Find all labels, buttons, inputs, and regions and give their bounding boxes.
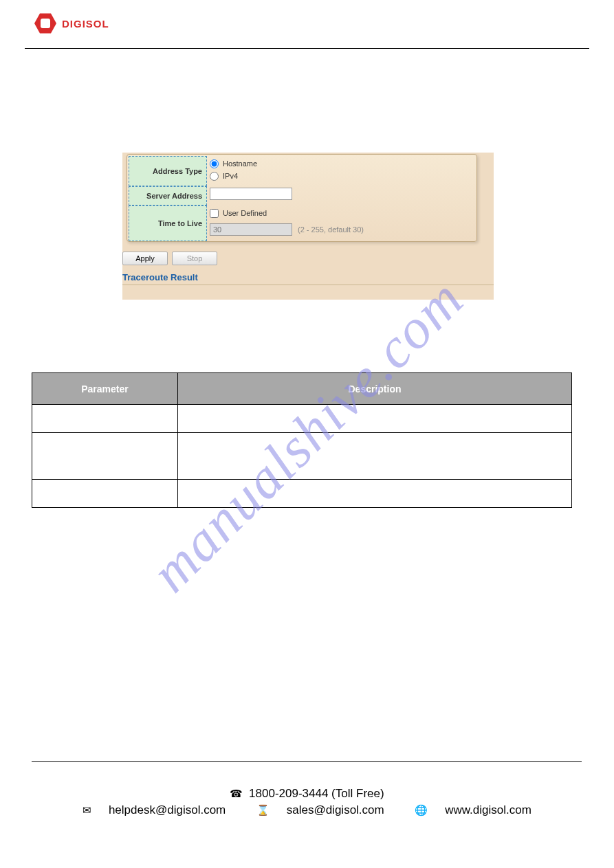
cell-param: Server Address: [32, 433, 178, 480]
page-number: 111: [559, 36, 573, 45]
cell-desc: This is address of the server or host. I…: [178, 433, 572, 480]
traceroute-form: Address Type Server Address Time to Live…: [127, 154, 477, 242]
th-description: Description: [178, 373, 572, 405]
cell-desc: Set the time-to-live field in the IP hea…: [178, 480, 572, 508]
label-server-address: Server Address: [129, 186, 207, 205]
logo-icon: [34, 12, 56, 34]
brand-text: DIGISOL: [62, 18, 109, 30]
table-row: Address Type This is type of the server …: [32, 405, 572, 433]
result-rule: [122, 285, 494, 285]
footer-sales: sales@digisol.com: [287, 803, 384, 816]
server-address-input[interactable]: [210, 188, 292, 200]
ttl-input[interactable]: [210, 223, 292, 236]
footer: ☎ 1800-209-3444 (Toll Free) ✉ helpdesk@d…: [0, 787, 614, 817]
table-row: Time to Live Set the time-to-live field …: [32, 480, 572, 508]
radio-ipv4[interactable]: [210, 172, 219, 181]
manual-title: DG-GS1528HP/DG-GS1552HP User Manual: [206, 37, 358, 45]
user-defined-checkbox[interactable]: [210, 209, 219, 218]
mail-icon: ✉: [83, 804, 91, 816]
footer-web: www.digisol.com: [445, 803, 531, 816]
header-rule: [25, 48, 589, 49]
footer-rule: [32, 761, 582, 762]
hourglass-icon: ⌛: [256, 804, 270, 816]
parameters-table: Parameter Description Address Type This …: [32, 372, 572, 508]
cell-param: Time to Live: [32, 480, 178, 508]
brand-logo: DIGISOL: [34, 12, 109, 34]
label-address-type: Address Type: [129, 156, 207, 186]
ttl-hint: (2 - 255, default 30): [298, 225, 364, 234]
cell-param: Address Type: [32, 405, 178, 433]
footer-helpdesk: helpdesk@digisol.com: [109, 803, 226, 816]
radio-ipv4-label: IPv4: [223, 172, 238, 180]
cell-desc: This is type of the server address, whic…: [178, 405, 572, 433]
stop-button[interactable]: Stop: [172, 252, 217, 265]
intro-text: The following table describes the labels…: [32, 345, 262, 356]
table-row: Server Address This is address of the se…: [32, 433, 572, 480]
label-time-to-live: Time to Live: [129, 205, 207, 241]
traceroute-screenshot: Address Type Server Address Time to Live…: [122, 153, 494, 300]
figure-caption: Figure 113 - Management > Traceroute: [250, 316, 418, 327]
footer-phone: 1800-209-3444 (Toll Free): [249, 787, 384, 800]
traceroute-result-header: Traceroute Result: [122, 272, 198, 282]
apply-button[interactable]: Apply: [122, 252, 168, 265]
radio-hostname-label: Hostname: [223, 159, 257, 168]
user-defined-label: User Defined: [223, 209, 267, 217]
th-parameter: Parameter: [32, 373, 178, 405]
globe-icon: 🌐: [415, 804, 428, 816]
phone-icon: ☎: [230, 788, 243, 799]
radio-hostname[interactable]: [210, 159, 219, 168]
